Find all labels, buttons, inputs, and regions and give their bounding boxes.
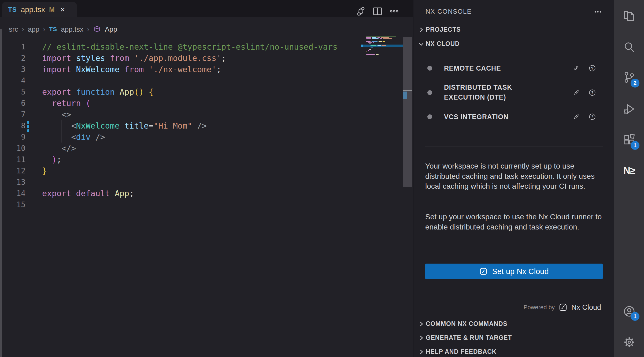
code-text: return ( <box>25 99 91 108</box>
line-number: 2 <box>0 54 25 63</box>
tree-item-label: VCS INTEGRATION <box>444 112 557 122</box>
code-text: ); <box>25 155 61 164</box>
typescript-icon: TS <box>49 26 57 33</box>
search-icon[interactable] <box>622 40 636 54</box>
nx-console-panel: NX CONSOLE PROJECTS NX CLOUD REMOTE CACH… <box>413 0 614 357</box>
gutter-modified-marker <box>27 121 29 124</box>
code-text: <> <box>25 110 71 119</box>
code-line[interactable]: 14export default App; <box>0 188 403 199</box>
status-dot-icon <box>427 90 432 95</box>
line-number: 11 <box>0 155 25 164</box>
more-actions-icon[interactable] <box>593 6 603 17</box>
setup-nx-cloud-button[interactable]: Set up Nx Cloud <box>425 264 603 279</box>
code-line[interactable]: 10 </> <box>0 143 403 154</box>
line-number: 10 <box>0 144 25 153</box>
powered-by-label: Powered by <box>524 304 555 311</box>
explorer-icon[interactable] <box>622 9 636 23</box>
line-number: 3 <box>0 65 25 74</box>
breadcrumb-folder[interactable]: app <box>28 25 39 34</box>
code-line[interactable]: 7 <> <box>0 109 403 120</box>
connect-icon[interactable] <box>572 64 580 72</box>
section-generate-run-target[interactable]: GENERATE & RUN TARGET <box>413 331 614 345</box>
code-line[interactable]: 8 <NxWelcome title="Hi Mom" /> <box>0 120 403 131</box>
code-text: import styles from './app.module.css'; <box>25 53 226 63</box>
divider <box>425 147 603 147</box>
help-icon[interactable]: ? <box>588 113 596 121</box>
close-icon[interactable]: × <box>60 6 65 14</box>
split-editor-icon[interactable] <box>371 5 384 18</box>
code-line[interactable]: 6 return ( <box>0 97 403 109</box>
section-projects[interactable]: PROJECTS <box>413 23 614 36</box>
help-icon[interactable]: ? <box>588 89 596 97</box>
code-line[interactable]: 4 <box>0 75 403 86</box>
code-line[interactable]: 13 <box>0 176 403 188</box>
tree-item-dte[interactable]: DISTRIBUTED TASK EXECUTION (DTE) ? <box>413 81 614 105</box>
section-help-and-feedback[interactable]: HELP AND FEEDBACK <box>413 345 614 357</box>
chevron-down-icon <box>418 41 425 48</box>
editor-region: TS app.tsx M × <box>0 0 413 357</box>
breadcrumb-folder[interactable]: src <box>9 25 18 34</box>
section-label: NX CLOUD <box>426 40 460 48</box>
line-number: 5 <box>0 88 25 96</box>
accounts-badge: 1 <box>631 312 639 321</box>
code-text: </> <box>25 144 76 153</box>
tree-item-remote-cache[interactable]: REMOTE CACHE ? <box>413 61 614 75</box>
status-dot-icon <box>427 66 432 71</box>
indent-guide <box>61 120 62 143</box>
open-changes-icon[interactable] <box>354 5 367 18</box>
code-line[interactable]: 5export function App() { <box>0 86 403 97</box>
line-number: 15 <box>0 200 25 209</box>
nx-cloud-logo-icon <box>558 303 568 312</box>
tab-app-tsx[interactable]: TS app.tsx M × <box>2 2 77 17</box>
overview-ruler-modified-marker <box>403 92 407 99</box>
run-debug-icon[interactable] <box>622 102 636 116</box>
extensions-badge: 1 <box>631 141 639 150</box>
overview-ruler-cursor-marker <box>403 90 412 91</box>
gutter-modified-marker <box>27 125 29 128</box>
line-number: 1 <box>0 42 25 51</box>
chevron-right-icon: › <box>87 26 89 33</box>
line-number: 4 <box>0 76 25 85</box>
nx-cloud-logo-icon <box>479 267 488 276</box>
nx-cloud-description: Your workspace is not currently set up t… <box>425 161 604 191</box>
code-text: <NxWelcome title="Hi Mom" /> <box>25 121 207 130</box>
section-nx-cloud[interactable]: NX CLOUD <box>413 36 614 52</box>
tree-item-vcs-integration[interactable]: VCS INTEGRATION ? <box>413 110 614 124</box>
connect-icon[interactable] <box>572 89 580 97</box>
section-label: HELP AND FEEDBACK <box>426 348 497 355</box>
code-line[interactable]: 3import NxWelcome from './nx-welcome'; <box>0 64 403 75</box>
help-icon[interactable]: ? <box>588 64 596 72</box>
settings-gear-icon[interactable] <box>622 335 636 349</box>
chevron-right-icon <box>418 334 425 341</box>
section-common-nx-commands[interactable]: COMMON NX COMMANDS <box>413 317 614 331</box>
code-line[interactable]: 2import styles from './app.module.css'; <box>0 52 403 64</box>
code-text: // eslint-disable-next-line @typescript-… <box>25 42 338 52</box>
nx-cloud-setup-hint: Set up your workspace to use the Nx Clou… <box>425 212 604 232</box>
code-line[interactable]: 15 <box>0 199 403 210</box>
tab-filename: app.tsx <box>21 5 45 14</box>
line-number: 14 <box>0 189 25 198</box>
breadcrumb-symbol[interactable]: App <box>105 25 117 34</box>
nx-console-icon[interactable]: N≥ <box>622 164 636 178</box>
window-left-edge <box>0 29 2 357</box>
panel-title: NX CONSOLE <box>413 8 472 15</box>
panel-header: NX CONSOLE <box>413 0 614 23</box>
connect-icon[interactable] <box>572 113 580 121</box>
code-text: import NxWelcome from './nx-welcome'; <box>25 65 221 74</box>
tree-item-label: REMOTE CACHE <box>444 63 557 73</box>
code-editor[interactable]: 1// eslint-disable-next-line @typescript… <box>0 41 403 210</box>
code-line[interactable]: 11 ); <box>0 154 403 165</box>
editor-scrollbar[interactable] <box>403 37 412 187</box>
modified-badge: M <box>49 6 55 14</box>
code-line[interactable]: 1// eslint-disable-next-line @typescript… <box>0 41 403 52</box>
breadcrumb-file[interactable]: app.tsx <box>61 25 83 34</box>
code-text: <div /> <box>25 132 105 142</box>
svg-text:?: ? <box>591 91 593 95</box>
chevron-right-icon <box>418 26 425 33</box>
code-line[interactable]: 12} <box>0 165 403 176</box>
breadcrumb: src › app › TS app.tsx › App <box>9 23 117 35</box>
activity-bar: 2 1 N≥ 1 <box>614 0 644 357</box>
chevron-right-icon: › <box>43 26 45 33</box>
code-line[interactable]: 9 <div /> <box>0 131 403 143</box>
more-actions-icon[interactable] <box>388 5 401 18</box>
